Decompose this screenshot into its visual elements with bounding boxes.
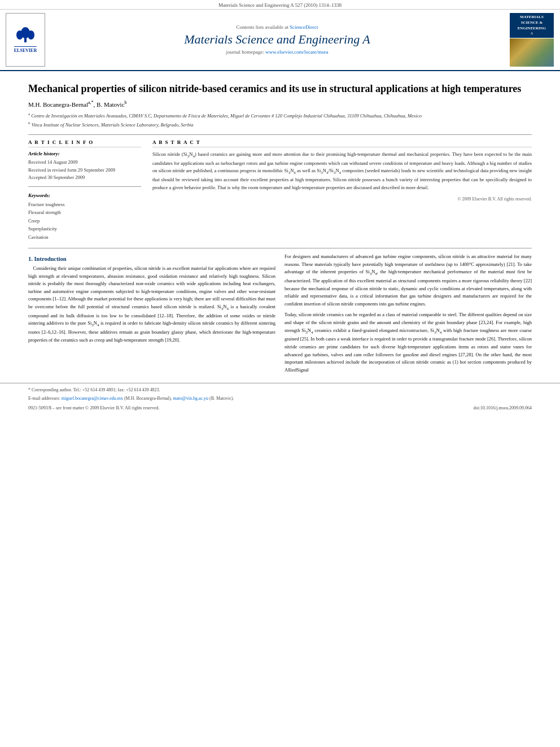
elsevier-brand-text: ELSEVIER	[14, 46, 37, 53]
article-history-label: Article history:	[28, 151, 141, 156]
body-left-column: 1. Introduction Considering their unique…	[28, 253, 275, 377]
journal-cover-image	[510, 38, 554, 67]
issn-text: 0921-5093/$ – see front matter © 2009 El…	[28, 405, 160, 410]
corresponding-author-note: * Corresponding author. Tel.: +52 614 43…	[28, 387, 532, 394]
svg-point-2	[16, 30, 23, 40]
journal-title: Materials Science and Engineering A	[50, 32, 505, 47]
journal-reference-bar: Materials Science and Engineering A 527 …	[0, 0, 560, 10]
affiliation2-text: Vinca Institute of Nuclear Sciences, Mat…	[32, 122, 194, 128]
journal-title-area: Contents lists available at ScienceDirec…	[50, 13, 505, 67]
badge-sub: A	[512, 31, 552, 36]
elsevier-logo-box: ELSEVIER	[6, 13, 45, 67]
materials-science-badge: MATERIALS SCIENCE & ENGINEERING A	[510, 13, 554, 38]
article-title: Mechanical properties of silicon nitride…	[28, 82, 532, 95]
corresponding-note-text: * Corresponding author. Tel.: +52 614 43…	[28, 387, 160, 392]
page-wrapper: Materials Science and Engineering A 527 …	[0, 0, 560, 414]
svg-point-3	[28, 30, 34, 40]
doi-text: doi:10.1016/j.msea.2009.09.064	[474, 405, 532, 410]
email1-name: (M.H. Bocanegra-Bernal),	[124, 396, 172, 401]
footer-area: * Corresponding author. Tel.: +52 614 43…	[0, 383, 560, 414]
introduction-heading: 1. Introduction	[28, 256, 275, 262]
accepted-date: Accepted 30 September 2009	[28, 174, 141, 182]
abstract-label: A B S T R A C T	[152, 139, 532, 147]
keyword-4: Superplasticity	[28, 225, 141, 233]
copyright-line: © 2009 Elsevier B.V. All rights reserved…	[152, 196, 532, 202]
right-para2: Today, silicon nitride ceramics can be r…	[285, 311, 532, 374]
author1-name: M.H. Bocanegra-Bernal	[28, 101, 88, 108]
email-label: E-mail addresses:	[28, 396, 60, 401]
abstract-body-divider	[28, 248, 532, 248]
email2-name: (B. Matovic).	[209, 396, 234, 401]
sciencedirect-link[interactable]: ScienceDirect	[290, 24, 318, 30]
footer-bottom: 0921-5093/$ – see front matter © 2009 El…	[28, 405, 532, 410]
article-info-abstract-section: A R T I C L E I N F O Article history: R…	[28, 139, 532, 241]
email1[interactable]: miguel.bocanegra@cimav.edu.mx	[62, 396, 123, 401]
author2-sup: b	[125, 100, 127, 105]
affil1-sup: a	[28, 112, 30, 116]
affiliation1-line: a Centro de Investigación en Materiales …	[28, 111, 532, 120]
email-addresses-note: E-mail addresses: miguel.bocanegra@cimav…	[28, 395, 532, 402]
affiliations: a Centro de Investigación en Materiales …	[28, 111, 532, 129]
homepage-prefix: journal homepage:	[226, 49, 265, 55]
header-divider	[28, 134, 532, 135]
right-para1: For designers and manufacturers of advan…	[285, 253, 532, 308]
body-content: 1. Introduction Considering their unique…	[28, 253, 532, 377]
keywords-label: Keywords:	[28, 193, 141, 198]
paper-content: Mechanical properties of silicon nitride…	[0, 71, 560, 383]
journal-homepage-line: journal homepage: www.elsevier.com/locat…	[50, 49, 505, 55]
elsevier-logo-graphic	[14, 26, 37, 45]
journal-header: ELSEVIER Contents lists available at Sci…	[0, 10, 560, 71]
author-conjunction: , B. Matovic	[94, 101, 125, 108]
keyword-5: Cavitation	[28, 233, 141, 241]
received-revised-date: Received in revised form 29 September 20…	[28, 167, 141, 174]
sciencedirect-line: Contents lists available at ScienceDirec…	[50, 24, 505, 30]
affiliation1-text: Centro de Investigación en Materiales Av…	[31, 113, 422, 119]
article-info-label: A R T I C L E I N F O	[28, 139, 141, 147]
journal-right-logo: MATERIALS SCIENCE & ENGINEERING A	[509, 13, 554, 67]
affil2-sup: b	[28, 121, 30, 125]
history-keywords-divider	[28, 186, 141, 187]
journal-homepage-link[interactable]: www.elsevier.com/locate/msea	[265, 49, 328, 55]
intro-para1: Considering their unique combination of …	[28, 265, 275, 344]
affiliation2-line: b Vinca Institute of Nuclear Sciences, M…	[28, 120, 532, 129]
abstract-text: Silicon nitride (Si3N4) based ceramics a…	[152, 151, 532, 192]
authors-line: M.H. Bocanegra-Bernala,*, B. Matovicb	[28, 100, 532, 108]
received-date: Received 14 August 2009	[28, 159, 141, 167]
email2[interactable]: mato@vin.bg.ac.yu	[173, 396, 208, 401]
article-info-column: A R T I C L E I N F O Article history: R…	[28, 139, 141, 241]
keyword-3: Creep	[28, 217, 141, 225]
sciencedirect-prefix: Contents lists available at	[237, 24, 290, 30]
keyword-2: Flexural strength	[28, 208, 141, 216]
abstract-column: A B S T R A C T Silicon nitride (Si3N4) …	[152, 139, 532, 241]
body-right-column: For designers and manufacturers of advan…	[285, 253, 532, 377]
keyword-1: Fracture toughness	[28, 200, 141, 208]
author1-sup: a,*	[88, 100, 94, 105]
journal-reference-text: Materials Science and Engineering A 527 …	[218, 2, 342, 8]
